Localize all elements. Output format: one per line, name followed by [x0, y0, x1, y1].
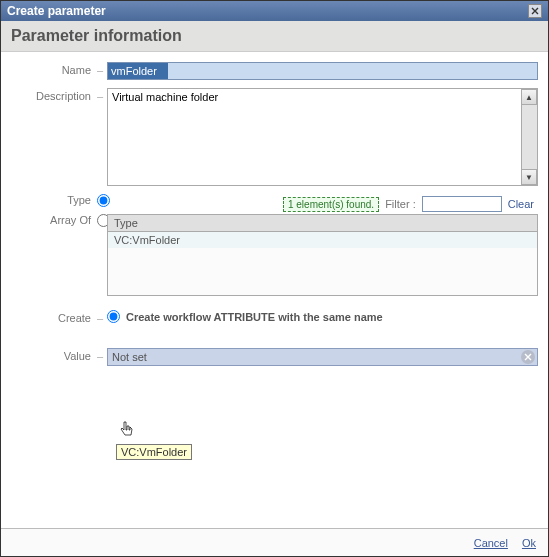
- type-table: Type VC:VmFolder: [107, 214, 538, 296]
- description-label: Description: [11, 88, 97, 102]
- ok-button[interactable]: Ok: [522, 537, 536, 549]
- type-label: Type: [11, 194, 97, 206]
- filter-bar: 1 element(s) found. Filter : Clear: [107, 194, 538, 214]
- type-panel: 1 element(s) found. Filter : Clear: [107, 194, 538, 214]
- create-option-label: Create workflow ATTRIBUTE with the same …: [126, 311, 383, 323]
- row-description: Description – ▲ ▼: [11, 88, 538, 186]
- create-attribute-radio[interactable]: [107, 310, 120, 323]
- row-type: Type 1 element(s) found. Filter : Clear: [11, 194, 538, 214]
- clear-filter-link[interactable]: Clear: [508, 198, 534, 210]
- value-label: Value: [11, 348, 97, 362]
- scrollbar: ▲ ▼: [521, 89, 537, 185]
- filter-input[interactable]: [422, 196, 502, 212]
- value-tooltip: VC:VmFolder: [116, 444, 192, 460]
- description-field: ▲ ▼: [107, 88, 538, 186]
- value-field[interactable]: Not set: [107, 348, 538, 366]
- name-field-wrap: [107, 62, 538, 80]
- dialog-footer: Cancel Ok: [1, 528, 548, 556]
- dialog-title: Create parameter: [7, 4, 106, 18]
- scroll-down-icon[interactable]: ▼: [522, 169, 537, 185]
- close-icon[interactable]: [528, 4, 542, 18]
- row-value: Value – Not set: [11, 348, 538, 366]
- clear-value-icon[interactable]: [521, 350, 535, 364]
- row-create: Create – Create workflow ATTRIBUTE with …: [11, 310, 538, 324]
- filter-label: Filter :: [385, 198, 416, 210]
- form-area: Name – Description – ▲ ▼ Type: [1, 52, 548, 380]
- cancel-button[interactable]: Cancel: [474, 537, 508, 549]
- dialog-titlebar: Create parameter: [1, 1, 548, 21]
- create-option[interactable]: Create workflow ATTRIBUTE with the same …: [107, 310, 538, 323]
- name-label: Name: [11, 62, 97, 76]
- section-header: Parameter information: [1, 21, 548, 52]
- type-row[interactable]: VC:VmFolder: [108, 232, 537, 248]
- found-count-badge: 1 element(s) found.: [283, 197, 379, 212]
- type-column-header: Type: [108, 215, 537, 232]
- arrayof-label: Array Of: [11, 214, 97, 226]
- name-input[interactable]: [108, 63, 168, 79]
- row-arrayof: Array Of Type VC:VmFolder: [11, 214, 538, 296]
- create-label: Create: [11, 310, 97, 324]
- value-text: Not set: [112, 351, 147, 363]
- description-textarea[interactable]: [108, 89, 521, 185]
- cursor-hand-icon: [119, 421, 135, 442]
- row-name: Name –: [11, 62, 538, 80]
- scroll-up-icon[interactable]: ▲: [522, 89, 537, 105]
